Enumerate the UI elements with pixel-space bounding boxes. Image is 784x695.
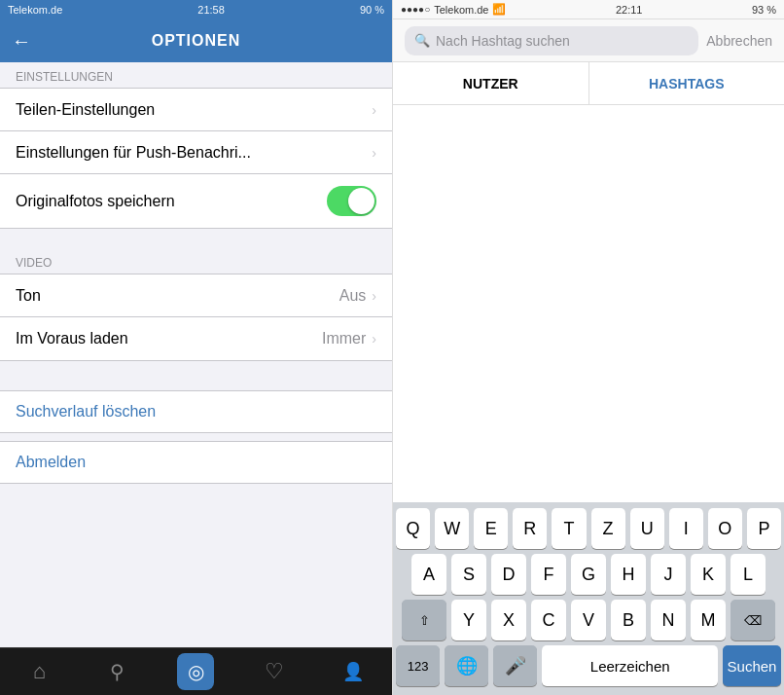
push-chevron: › <box>372 145 376 161</box>
tabs-row: NUTZER HASHTAGS <box>393 62 784 105</box>
push-item[interactable]: Einstellungen für Push-Benachri... › <box>0 131 392 174</box>
key-Q[interactable]: Q <box>396 508 430 549</box>
key-N[interactable]: N <box>651 600 686 640</box>
globe-key[interactable]: 🌐 <box>445 645 488 686</box>
search-icon: 🔍 <box>414 33 430 48</box>
spacer-2 <box>0 361 392 390</box>
voraus-right: Immer › <box>322 330 376 348</box>
originalfotos-label: Originalfotos speichern <box>16 193 175 210</box>
voraus-value: Immer <box>322 330 366 348</box>
wifi-right: 📶 <box>492 3 506 16</box>
tab-nutzer[interactable]: NUTZER <box>393 62 589 104</box>
search-placeholder: Nach Hashtag suchen <box>436 33 570 49</box>
voraus-label: Im Voraus laden <box>16 330 128 348</box>
key-123[interactable]: 123 <box>396 645 440 686</box>
section-header-video: VIDEO <box>0 248 392 274</box>
profile-icon: 👤 <box>342 661 364 682</box>
carrier-right: Telekom.de <box>434 4 488 16</box>
search-tab-icon: ⚲ <box>110 660 125 683</box>
originalfotos-item[interactable]: Originalfotos speichern <box>0 174 392 228</box>
keyboard-row-bottom: 123 🌐 🎤 Leerzeichen Suchen <box>396 645 781 686</box>
back-button[interactable]: ← <box>12 30 31 53</box>
key-H[interactable]: H <box>611 554 646 595</box>
key-V[interactable]: V <box>571 600 606 640</box>
tab-bar: ⌂ ⚲ ◎ ♡ 👤 <box>0 647 392 695</box>
push-label: Einstellungen für Push-Benachri... <box>16 144 251 162</box>
signal-dots: ●●●●○ <box>401 4 430 15</box>
key-S[interactable]: S <box>451 554 486 595</box>
key-K[interactable]: K <box>691 554 726 595</box>
home-icon: ⌂ <box>33 659 46 684</box>
keyboard-row-2: A S D F G H J K L <box>396 554 781 595</box>
toggle-knob <box>348 188 374 214</box>
tab-home[interactable]: ⌂ <box>0 648 79 695</box>
key-P[interactable]: P <box>747 508 781 549</box>
key-M[interactable]: M <box>691 600 726 640</box>
nav-title: OPTIONEN <box>152 32 241 50</box>
voraus-item[interactable]: Im Voraus laden Immer › <box>0 317 392 360</box>
keyboard-row-3: ⇧ Y X C V B N M ⌫ <box>396 600 781 640</box>
carrier-left: Telekom.de <box>8 4 62 16</box>
tab-heart[interactable]: ♡ <box>235 648 314 695</box>
right-panel: ●●●●○ Telekom.de 📶 22:11 93 % 🔍 Nach Has… <box>392 0 784 695</box>
shift-key[interactable]: ⇧ <box>402 600 446 640</box>
suchverlauf-item[interactable]: Suchverlauf löschen <box>0 390 392 433</box>
delete-key[interactable]: ⌫ <box>731 600 775 640</box>
key-R[interactable]: R <box>513 508 547 549</box>
key-G[interactable]: G <box>571 554 606 595</box>
spacer-3 <box>0 433 392 441</box>
ton-right: Aus › <box>339 287 376 305</box>
tab-camera[interactable]: ◎ <box>157 648 235 695</box>
heart-icon: ♡ <box>265 659 284 684</box>
key-T[interactable]: T <box>552 508 586 549</box>
key-L[interactable]: L <box>731 554 766 595</box>
status-bar-right: ●●●●○ Telekom.de 📶 22:11 93 % <box>393 0 784 19</box>
key-B[interactable]: B <box>611 600 646 640</box>
ton-label: Ton <box>16 287 41 305</box>
keyboard-row-1: Q W E R T Z U I O P <box>396 508 781 549</box>
search-action-key[interactable]: Suchen <box>723 645 781 686</box>
tab-profile[interactable]: 👤 <box>313 648 392 695</box>
camera-icon: ◎ <box>188 660 204 683</box>
einstellungen-group: Teilen-Einstellungen › Einstellungen für… <box>0 88 392 229</box>
abmelden-label: Abmelden <box>16 454 86 471</box>
space-key[interactable]: Leerzeichen <box>542 645 718 686</box>
key-U[interactable]: U <box>630 508 664 549</box>
teilen-label: Teilen-Einstellungen <box>16 101 155 119</box>
time-left: 21:58 <box>197 4 225 16</box>
tab-search[interactable]: ⚲ <box>79 648 158 695</box>
key-Z[interactable]: Z <box>591 508 625 549</box>
key-O[interactable]: O <box>708 508 742 549</box>
key-C[interactable]: C <box>531 600 566 640</box>
key-W[interactable]: W <box>435 508 469 549</box>
ton-item[interactable]: Ton Aus › <box>0 274 392 317</box>
teilen-chevron: › <box>372 102 376 118</box>
time-right: 22:11 <box>616 4 643 16</box>
mic-key[interactable]: 🎤 <box>493 645 537 686</box>
teilen-item[interactable]: Teilen-Einstellungen › <box>0 89 392 131</box>
key-F[interactable]: F <box>531 554 566 595</box>
section-header-einstellungen: EINSTELLUNGEN <box>0 62 392 88</box>
key-E[interactable]: E <box>474 508 508 549</box>
key-D[interactable]: D <box>491 554 526 595</box>
ton-chevron: › <box>372 288 376 304</box>
voraus-chevron: › <box>372 331 376 347</box>
abmelden-item[interactable]: Abmelden <box>0 441 392 484</box>
status-bar-left: Telekom.de 21:58 90 % <box>0 0 392 19</box>
key-A[interactable]: A <box>411 554 446 595</box>
key-I[interactable]: I <box>669 508 703 549</box>
key-J[interactable]: J <box>651 554 686 595</box>
tab-hashtags[interactable]: HASHTAGS <box>589 62 785 104</box>
spacer-1 <box>0 229 392 248</box>
keyboard[interactable]: Q W E R T Z U I O P A S D F G H J K L ⇧ … <box>393 502 784 695</box>
left-panel: Telekom.de 21:58 90 % ← OPTIONEN EINSTEL… <box>0 0 392 695</box>
battery-right: 93 % <box>752 4 776 16</box>
key-X[interactable]: X <box>491 600 526 640</box>
cancel-button[interactable]: Abbrechen <box>706 33 772 49</box>
search-field[interactable]: 🔍 Nach Hashtag suchen <box>405 26 698 55</box>
suchverlauf-label: Suchverlauf löschen <box>16 403 156 421</box>
originalfotos-toggle[interactable] <box>327 186 376 216</box>
video-group: Ton Aus › Im Voraus laden Immer › <box>0 274 392 361</box>
key-Y[interactable]: Y <box>451 600 486 640</box>
camera-icon-bg: ◎ <box>177 653 214 690</box>
